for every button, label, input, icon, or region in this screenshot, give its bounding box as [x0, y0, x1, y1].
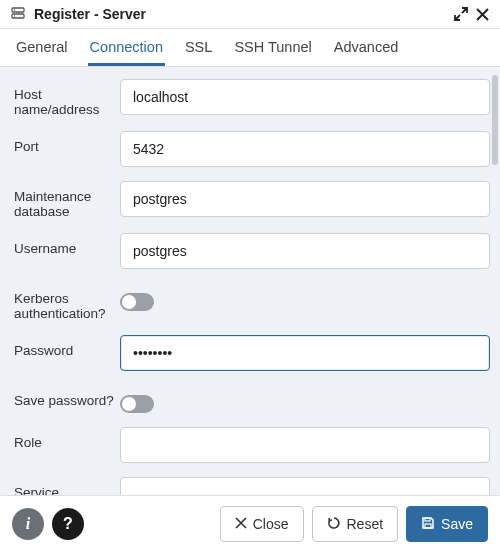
service-input[interactable]	[120, 477, 490, 495]
kerberos-toggle[interactable]	[120, 293, 154, 311]
close-button-label: Close	[253, 516, 289, 532]
server-icon	[10, 6, 26, 22]
maximize-icon[interactable]	[453, 6, 469, 22]
help-icon: ?	[63, 515, 73, 533]
maintenance-db-label: Maintenance database	[14, 181, 120, 219]
host-label: Host name/address	[14, 79, 120, 117]
save-password-label: Save password?	[14, 385, 120, 408]
password-label: Password	[14, 335, 120, 358]
help-button[interactable]: ?	[52, 508, 84, 540]
password-input[interactable]	[120, 335, 490, 371]
svg-point-3	[14, 15, 15, 16]
service-label: Service	[14, 477, 120, 495]
tabs: General Connection SSL SSH Tunnel Advanc…	[0, 29, 500, 67]
port-label: Port	[14, 131, 120, 154]
close-x-icon	[235, 516, 247, 532]
port-input[interactable]	[120, 131, 490, 167]
save-button-label: Save	[441, 516, 473, 532]
reset-icon	[327, 516, 341, 533]
reset-button-label: Reset	[347, 516, 384, 532]
svg-point-2	[14, 9, 15, 10]
close-icon[interactable]	[475, 7, 490, 22]
tab-advanced[interactable]: Advanced	[332, 29, 401, 66]
svg-rect-4	[425, 518, 430, 521]
role-label: Role	[14, 427, 120, 450]
info-icon: i	[26, 515, 30, 533]
form-area: Host name/address Port Maintenance datab…	[0, 67, 500, 495]
tab-ssh-tunnel[interactable]: SSH Tunnel	[232, 29, 313, 66]
username-label: Username	[14, 233, 120, 256]
maintenance-db-input[interactable]	[120, 181, 490, 217]
footer: i ? Close Reset Save	[0, 495, 500, 552]
role-input[interactable]	[120, 427, 490, 463]
save-button[interactable]: Save	[406, 506, 488, 542]
host-input[interactable]	[120, 79, 490, 115]
scrollbar-thumb[interactable]	[492, 75, 498, 165]
info-button[interactable]: i	[12, 508, 44, 540]
reset-button[interactable]: Reset	[312, 506, 399, 542]
username-input[interactable]	[120, 233, 490, 269]
register-server-dialog: Register - Server General Connection SSL…	[0, 0, 500, 552]
save-icon	[421, 516, 435, 533]
tab-ssl[interactable]: SSL	[183, 29, 214, 66]
svg-rect-5	[425, 524, 431, 528]
save-password-toggle[interactable]	[120, 395, 154, 413]
tab-general[interactable]: General	[14, 29, 70, 66]
tab-connection[interactable]: Connection	[88, 29, 165, 66]
close-button[interactable]: Close	[220, 506, 304, 542]
kerberos-label: Kerberos authentication?	[14, 283, 120, 321]
window-title: Register - Server	[34, 6, 447, 22]
title-bar: Register - Server	[0, 0, 500, 29]
